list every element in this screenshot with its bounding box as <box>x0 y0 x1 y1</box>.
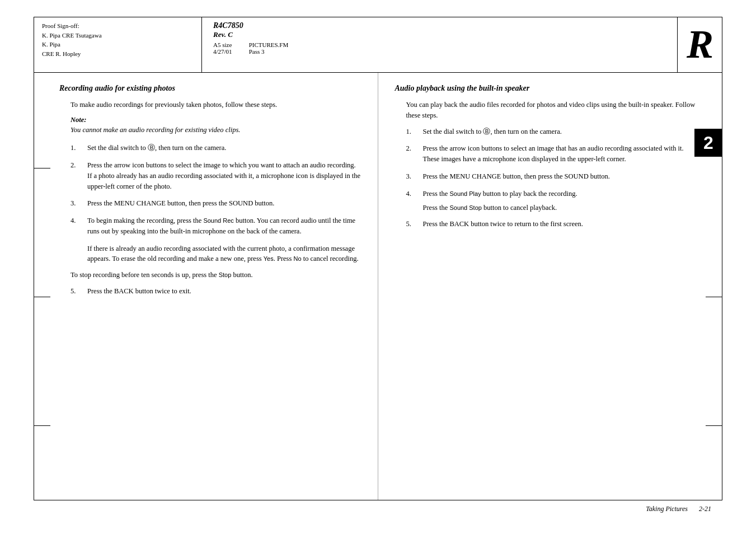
note-text: You cannot make an audio recording for e… <box>71 125 361 135</box>
left-step-2: 2. Press the arrow icon buttons to selec… <box>71 160 361 191</box>
right-step-4: 4. Press the Sound Play button to play b… <box>406 189 697 199</box>
footer-page: 2-21 <box>699 505 711 513</box>
header-r-letter: R <box>678 17 722 72</box>
left-intro: To make audio recordings for previously … <box>71 100 361 110</box>
right-step-2: 2. Press the arrow icon buttons to selec… <box>406 143 697 165</box>
footer: Taking Pictures 2-21 <box>34 500 722 517</box>
right-step-4-sub: Press the Sound Stop button to cancel pl… <box>423 203 697 213</box>
header-left: Proof Sign-off: K. Pipa CRE Tsutagawa K.… <box>34 17 201 72</box>
left-step-4-sub: If there is already an audio recording a… <box>87 243 361 265</box>
right-section-title: Audio playback using the built-in speake… <box>395 84 697 93</box>
paper-size: A5 size 4/27/01 <box>213 41 232 55</box>
right-step-3: 3. Press the MENU CHANGE button, then pr… <box>406 171 697 182</box>
left-steps: 1. Set the dial switch to Ⓑ, then turn o… <box>71 143 361 236</box>
left-step-1: 1. Set the dial switch to Ⓑ, then turn o… <box>71 143 361 153</box>
right-intro: You can play back the audio files record… <box>406 100 697 121</box>
proof-names: K. Pipa CRE Tsutagawa K. Pipa CRE R. Hop… <box>42 31 193 59</box>
revision: Rev. C <box>213 30 666 39</box>
left-step-5-list: 5. Press the BACK button twice to exit. <box>71 286 361 297</box>
left-section-title: Recording audio for existing photos <box>59 84 361 93</box>
main-content: Recording audio for existing photos To m… <box>34 73 722 500</box>
right-steps: 1. Set the dial switch to Ⓑ, then turn o… <box>406 127 697 199</box>
file-info: PICTURES.FM Pass 3 <box>249 41 289 55</box>
right-step-5-list: 5. Press the BACK button twice to return… <box>406 219 697 229</box>
footer-section: Taking Pictures <box>646 505 688 513</box>
proof-signoff-label: Proof Sign-off: <box>42 21 193 31</box>
model-number: R4C7850 <box>213 21 666 30</box>
right-step-5: 5. Press the BACK button twice to return… <box>406 219 697 229</box>
left-step-5: 5. Press the BACK button twice to exit. <box>71 286 361 297</box>
left-step-4: 4. To begin making the recording, press … <box>71 216 361 237</box>
stop-note: To stop recording before ten seconds is … <box>71 270 361 280</box>
right-step-1: 1. Set the dial switch to Ⓑ, then turn o… <box>406 127 697 137</box>
right-column: Audio playback using the built-in speake… <box>378 73 722 500</box>
header-center: R4C7850 Rev. C A5 size 4/27/01 PICTURES.… <box>201 17 678 72</box>
border-right <box>722 17 722 500</box>
header-meta: A5 size 4/27/01 PICTURES.FM Pass 3 <box>213 41 666 55</box>
note-label: Note: <box>71 116 361 124</box>
left-step-3: 3. Press the MENU CHANGE button, then pr… <box>71 198 361 209</box>
page: Proof Sign-off: K. Pipa CRE Tsutagawa K.… <box>0 0 756 534</box>
left-column: Recording audio for existing photos To m… <box>34 73 378 500</box>
header: Proof Sign-off: K. Pipa CRE Tsutagawa K.… <box>34 17 722 73</box>
